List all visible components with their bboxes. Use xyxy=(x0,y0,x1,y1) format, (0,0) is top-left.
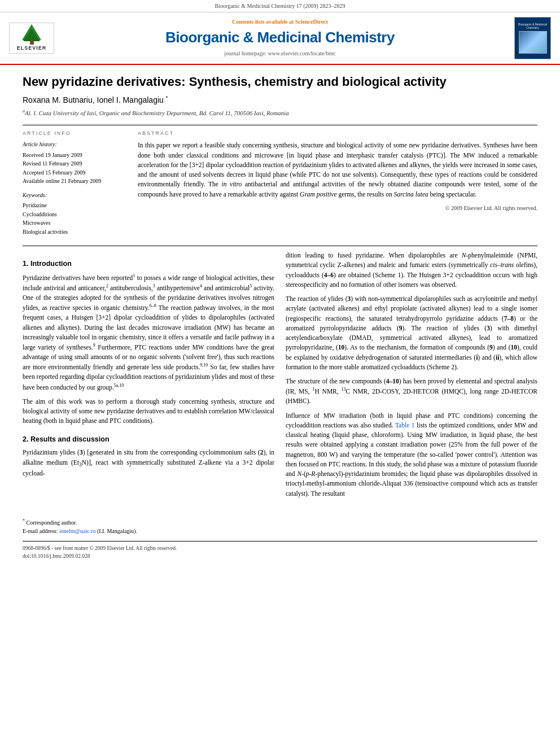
corr-name: (I.I. Mangalagiu). xyxy=(97,528,137,534)
authors-text: Roxana M. Butnariu, Ionel I. Mangalagiu … xyxy=(23,95,168,104)
info-abstract-row: ARTICLE INFO Article history: Received 1… xyxy=(23,130,537,237)
keyword-microwaves: Microwaves xyxy=(23,219,124,228)
elsevier-logo-container: ELSEVIER xyxy=(9,23,60,54)
email-label: E-mail address: xyxy=(23,528,58,534)
abstract-header: ABSTRACT xyxy=(138,130,537,138)
corr-email-line: E-mail address: ionelm@uaic.ro (I.I. Man… xyxy=(23,527,537,536)
elsevier-logo: ELSEVIER xyxy=(9,23,54,54)
corr-marker-line: * Corresponding author. xyxy=(23,518,537,527)
available-online-date: Available online 21 February 2009 xyxy=(23,177,124,186)
bmc-cover-image xyxy=(519,31,547,54)
intro-section-title: 1. Introduction xyxy=(23,259,274,269)
page-footer: 0968-0896/$ - see front matter © 2009 El… xyxy=(23,541,537,561)
top-divider xyxy=(23,125,537,125)
abstract-column: ABSTRACT In this paper we report a feasi… xyxy=(138,130,537,237)
journal-citation: Bioorganic & Medicinal Chemistry 17 (200… xyxy=(215,3,345,9)
left-body-column: 1. Introduction Pyridazine derivatives h… xyxy=(23,251,274,503)
revised-date: Revised 11 February 2009 xyxy=(23,160,124,168)
journal-bar: Bioorganic & Medicinal Chemistry 17 (200… xyxy=(0,0,560,12)
journal-homepage: journal homepage: www.elsevier.com/locat… xyxy=(65,50,495,58)
page-header: ELSEVIER Contents lists available at Sci… xyxy=(0,12,560,65)
bmc-cover-container: Bioorganic & Medicinal Chemistry xyxy=(500,17,551,59)
body-content: 1. Introduction Pyridazine derivatives h… xyxy=(23,251,537,503)
received-date: Received 19 January 2009 xyxy=(23,151,124,160)
sciencedirect-link[interactable]: ScienceDirect xyxy=(295,19,328,25)
intro-para-1: Pyridazine derivatives have been reporte… xyxy=(23,273,274,392)
journal-title-header: Bioorganic & Medicinal Chemistry xyxy=(65,27,495,49)
corresponding-author-note: * Corresponding author. E-mail address: … xyxy=(0,518,560,535)
keyword-cycloadditions: Cycloadditions xyxy=(23,211,124,219)
intro-title-text: Introduction xyxy=(30,260,72,268)
body-divider xyxy=(23,246,537,246)
sciencedirect-line: Contents lists available at ScienceDirec… xyxy=(65,18,495,27)
results-number: 2. xyxy=(23,435,28,443)
table-reference[interactable]: Table 1 xyxy=(395,422,415,429)
results-para-1: Pyridazinium ylides (3) [generated in si… xyxy=(23,448,274,478)
bmc-journal-cover: Bioorganic & Medicinal Chemistry xyxy=(514,17,551,59)
bmc-cover-title-text: Bioorganic & Medicinal Chemistry xyxy=(517,23,549,29)
keyword-pyridazine: Pyridazine xyxy=(23,202,124,210)
right-para-2: The reaction of ylides (3) with non-symm… xyxy=(286,294,537,372)
corr-email[interactable]: ionelm@uaic.ro xyxy=(59,528,95,534)
abstract-text: In this paper we report a feasible study… xyxy=(138,141,537,199)
article-authors: Roxana M. Butnariu, Ionel I. Mangalagiu … xyxy=(23,94,537,106)
corr-label: Corresponding author. xyxy=(27,519,77,526)
right-para-4: Influence of MW irradiation (both in liq… xyxy=(286,411,537,499)
accepted-date: Accepted 15 February 2009 xyxy=(23,169,124,177)
article-history-label: Article history: xyxy=(23,141,124,149)
article-title: New pyridazine derivatives: Synthesis, c… xyxy=(23,74,537,90)
copyright-text: © 2009 Elsevier Ltd. All rights reserved… xyxy=(138,204,537,212)
corr-marker: * xyxy=(23,518,25,523)
article-info-header: ARTICLE INFO xyxy=(23,130,124,137)
results-title-text: Results and discussion xyxy=(30,435,110,443)
keyword-biological: Biological activities xyxy=(23,228,124,237)
affiliation-text: Al. I. Cuza University of Iasi, Organic … xyxy=(25,110,289,116)
header-center-content: Contents lists available at ScienceDirec… xyxy=(65,18,495,58)
right-para-1: dition leading to fused pyridazine. When… xyxy=(286,251,537,290)
intro-para-2: The aim of this work was to perform a th… xyxy=(23,397,274,426)
intro-number: 1. xyxy=(23,260,28,268)
right-body-column: dition leading to fused pyridazine. When… xyxy=(286,251,537,503)
keywords-label: Keywords: xyxy=(23,191,124,200)
article-affiliation: aAl. I. Cuza University of Iasi, Organic… xyxy=(23,108,537,118)
results-section-title: 2. Results and discussion xyxy=(23,434,274,445)
footer-doi: doi:10.1016/j.bmc.2009.02.028 xyxy=(23,553,90,559)
footer-issn: 0968-0896/$ - see front matter © 2009 El… xyxy=(23,545,177,553)
article-info-column: ARTICLE INFO Article history: Received 1… xyxy=(23,130,124,237)
right-para-3: The structure of the new compounds (4–10… xyxy=(286,377,537,407)
